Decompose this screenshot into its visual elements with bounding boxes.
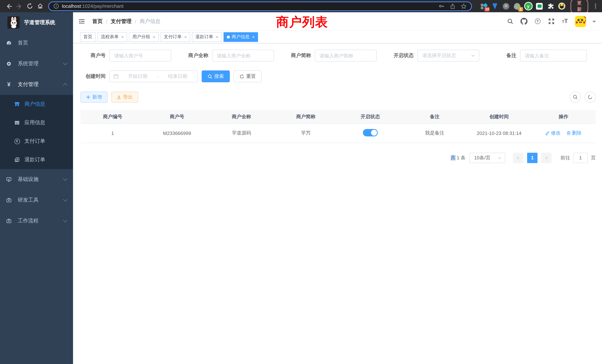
extensions-area: 10 ⌘ 1 y <box>480 2 565 10</box>
browser-back-icon[interactable] <box>4 1 14 11</box>
sidebar-item-home[interactable]: 首页 <box>0 33 73 53</box>
url-bar[interactable]: localhost:1024/pay/merchant <box>48 1 472 11</box>
chevron-down-icon <box>63 61 67 65</box>
delete-link[interactable]: 删除 <box>566 130 582 136</box>
tab-label: 商户信息 <box>232 34 249 40</box>
font-size-icon[interactable]: TT <box>561 18 569 25</box>
breadcrumb: 首页 / 支付管理 / 商户信息 <box>92 18 161 25</box>
profile-avatar-icon[interactable] <box>558 2 565 10</box>
yen-circle-icon: ¥ <box>14 138 20 144</box>
merchant-table: 商户编号 商户号 商户全称 商户简称 开启状态 备注 创建时间 操作 1 <box>80 110 596 143</box>
tab-refund-order[interactable]: 退款订单 × <box>192 32 222 42</box>
sidebar-item-label: 基础设施 <box>18 176 63 183</box>
tab-home[interactable]: 首页 <box>80 32 96 42</box>
search-button[interactable]: 搜索 <box>202 70 230 82</box>
site-info-icon[interactable] <box>53 3 59 9</box>
next-page-button[interactable] <box>541 152 552 163</box>
merchant-no-input[interactable] <box>109 50 171 62</box>
refresh-table-button[interactable] <box>585 92 596 103</box>
toggle-search-button[interactable] <box>570 92 581 103</box>
sidebar-item-merchant-info[interactable]: 商户信息 <box>0 95 73 113</box>
password-key-icon[interactable] <box>438 3 444 9</box>
tab-close-icon[interactable]: × <box>184 35 187 39</box>
tab-merchant-info[interactable]: 商户信息 × <box>224 32 258 42</box>
browser-menu-icon[interactable] <box>593 3 598 9</box>
search-icon <box>573 95 578 100</box>
short-name-input[interactable] <box>315 50 377 62</box>
col-remark: 备注 <box>403 110 467 123</box>
col-merchant-no: 商户号 <box>145 110 209 123</box>
sidebar-item-pay-order[interactable]: ¥ 支付订单 <box>0 132 73 150</box>
app-title: 芋道管理系统 <box>24 19 55 26</box>
extensions-puzzle-icon[interactable] <box>547 2 554 10</box>
tab-close-icon[interactable]: × <box>216 35 218 39</box>
bookmark-star-icon[interactable] <box>461 3 467 9</box>
status-select-placeholder: 请选择开启状态 <box>422 52 471 59</box>
browser-reload-icon[interactable] <box>24 1 35 11</box>
extension-badge: 1 <box>518 7 523 11</box>
sidebar: 芋道管理系统 首页 系统管理 ¥ 支付 <box>0 12 73 364</box>
user-avatar[interactable] <box>575 16 586 27</box>
header-search-icon[interactable] <box>506 18 514 25</box>
sidebar-item-workflow[interactable]: 工作流程 <box>0 211 73 231</box>
monitor-check-icon <box>6 176 12 182</box>
briefcase-icon <box>6 218 12 224</box>
extension-command-icon[interactable]: ⌘ <box>502 2 510 10</box>
sidebar-item-system[interactable]: 系统管理 <box>0 53 73 74</box>
extension-grid-icon[interactable]: 10 <box>480 2 487 10</box>
breadcrumb-pay[interactable]: 支付管理 <box>111 18 132 25</box>
prev-page-button[interactable] <box>513 152 523 163</box>
filter-label-remark: 备注 <box>491 52 516 59</box>
col-actions: 操作 <box>531 110 596 123</box>
status-toggle[interactable] <box>363 129 378 136</box>
goto-page-input[interactable] <box>573 152 588 163</box>
remark-input[interactable] <box>520 50 587 62</box>
avatar-caret-icon[interactable] <box>592 21 596 24</box>
tab-label: 用户分组 <box>132 34 150 40</box>
edit-link[interactable]: 修改 <box>546 130 561 136</box>
help-icon[interactable]: ? <box>534 18 541 25</box>
tab-close-icon[interactable]: × <box>121 35 124 39</box>
url-text[interactable]: localhost:1024/pay/merchant <box>62 3 438 9</box>
tab-close-icon[interactable]: × <box>153 35 155 39</box>
sidebar-item-label: 应用信息 <box>24 119 45 126</box>
fullscreen-icon[interactable] <box>548 18 555 25</box>
col-full-name: 商户全称 <box>209 110 274 123</box>
extension-blob-icon[interactable]: 1 <box>513 2 521 10</box>
page-size-select[interactable]: 10条/页 <box>469 152 505 163</box>
page-1-button[interactable]: 1 <box>527 152 538 163</box>
date-separator: - <box>157 74 159 79</box>
export-button[interactable]: 导出 <box>111 92 138 103</box>
url-path: :1024/pay/merchant <box>81 3 124 9</box>
share-icon[interactable] <box>450 3 456 9</box>
filter-label-create-time: 创建时间 <box>80 73 106 80</box>
tab-close-icon[interactable]: × <box>252 35 255 39</box>
extension-kite-icon[interactable] <box>491 2 499 10</box>
full-name-input[interactable] <box>212 50 274 62</box>
reset-button[interactable]: 重置 <box>234 70 262 82</box>
create-time-range-picker[interactable]: 开始日期 - 结束日期 <box>109 70 198 82</box>
content: 商户号 商户全称 商户简称 开启状态 请选择开启状态 备注 创 <box>73 43 602 364</box>
extension-chat-icon[interactable] <box>536 2 543 10</box>
browser-home-icon[interactable] <box>35 1 45 11</box>
status-select[interactable]: 请选择开启状态 <box>417 50 479 62</box>
refresh-icon <box>239 74 244 79</box>
sidebar-logo[interactable]: 芋道管理系统 <box>0 12 73 33</box>
sidebar-item-app-info[interactable]: 应用信息 <box>0 113 73 132</box>
tab-user-group[interactable]: 用户分组 × <box>129 32 159 42</box>
tab-pay-order[interactable]: 支付订单 × <box>161 32 190 42</box>
sidebar-item-dev-tools[interactable]: 研发工具 <box>0 190 73 211</box>
download-icon <box>117 95 121 99</box>
browser-forward-icon[interactable] <box>14 1 24 11</box>
breadcrumb-home[interactable]: 首页 <box>92 18 103 25</box>
start-date-placeholder: 开始日期 <box>122 73 154 80</box>
hamburger-icon[interactable] <box>79 18 88 24</box>
extension-y-icon[interactable]: y <box>525 2 532 10</box>
tab-process-form[interactable]: 流程表单 × <box>97 32 127 42</box>
github-icon[interactable] <box>520 18 527 25</box>
sidebar-item-infra[interactable]: 基础设施 <box>0 169 73 190</box>
col-short-name: 商户简称 <box>274 110 338 123</box>
sidebar-item-refund-order[interactable]: 退款订单 <box>0 150 73 169</box>
add-button[interactable]: 新增 <box>80 92 108 103</box>
sidebar-item-pay[interactable]: ¥ 支付管理 <box>0 74 73 95</box>
